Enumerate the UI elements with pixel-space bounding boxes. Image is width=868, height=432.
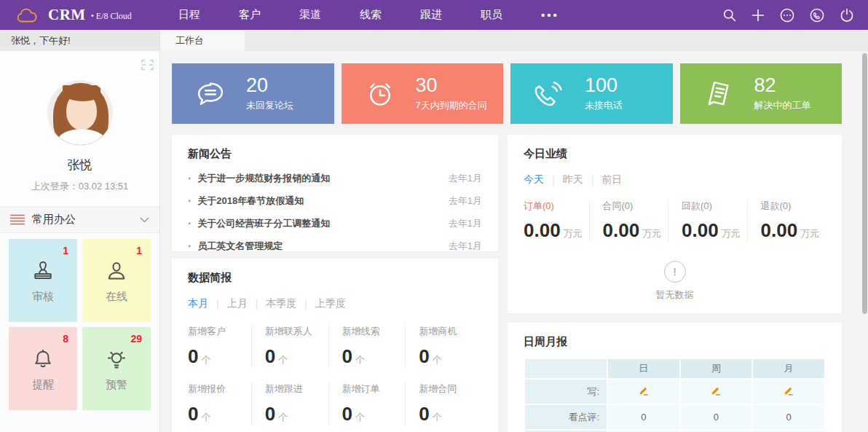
nav-item-schedule[interactable]: 日程 [169,8,210,22]
card-tickets-value: 82 [754,75,811,95]
nav-item-channels[interactable]: 渠道 [290,8,331,22]
view-day-count: 0 [608,405,679,429]
nav-item-staff[interactable]: 职员 [471,8,512,22]
view-month-count: 0 [753,405,824,429]
audit-count-badge: 1 [63,245,68,256]
card-calls-value: 100 [585,75,623,95]
col-week: 周 [681,359,752,378]
bulb-icon [103,346,130,372]
user-name: 张悦 [0,157,159,173]
tab-day-before[interactable]: 前日 [601,173,622,186]
scrollbar-thumb[interactable] [862,53,867,314]
col-month: 月 [753,359,824,378]
write-month-pencil-icon[interactable] [783,385,794,396]
card-contracts-value: 30 [416,75,487,95]
bullet: · [188,240,192,252]
today-stat-payments: 回款(0) 0.00万元 [668,200,747,242]
search-icon[interactable] [722,7,737,23]
news-item[interactable]: · 关于进一步规范财务报销的通知 去年1月 [188,167,482,189]
power-icon[interactable] [839,7,855,23]
tab-this-quarter[interactable]: 本季度 [266,297,296,310]
card-expiring-contracts[interactable]: 30 7天内到期的合同 [342,63,504,124]
today-title: 今日业绩 [524,147,826,161]
top-nav: 日程 客户 渠道 线索 跟进 职员 ••• [169,8,588,22]
write-row-label: 写: [525,380,607,404]
view-row-label: 看点评: [525,405,607,429]
greeting-text: 张悦，下午好! [0,30,159,51]
news-item[interactable]: · 员工英文名管理规定 去年1月 [188,235,482,251]
bullet: · [188,195,192,208]
tile-online[interactable]: 1 在线 [82,239,151,322]
card-calls-label: 未接电话 [585,99,623,112]
write-day-pencil-icon[interactable] [638,385,650,396]
data-brief-panel: 数据简报 本月 | 上月 | 本季度 | 上季度 新增客户 [172,259,498,432]
card-forum-value: 20 [246,75,293,95]
phone-icon [532,77,566,111]
brief-stat-new-contracts: 新增合同 0个 [405,382,482,425]
today-day-tabs: 今天 | 昨天 | 前日 [524,173,826,186]
view-week-count: 0 [681,405,752,429]
stat-cards: 20 未回复论坛 30 7天内到期的合同 [172,63,842,124]
quick-tiles: 1 审核 1 在线 8 [0,233,159,416]
sidebar: 张悦，下午好! 张悦 上次登录：03.02 13:51 常用办公 [0,30,160,432]
alarm-icon [363,77,397,111]
brand[interactable]: CRM • E/8 Cloud [0,6,169,24]
last-login: 上次登录：03.02 13:51 [0,180,159,206]
top-bar: CRM • E/8 Cloud 日程 客户 渠道 线索 跟进 职员 ••• [0,0,868,30]
reminder-count-badge: 8 [63,333,68,345]
nav-item-customers[interactable]: 客户 [229,8,270,22]
card-open-tickets[interactable]: 82 解决中的工单 [680,63,843,124]
brand-suffix: • E/8 Cloud [91,9,132,22]
tile-warning[interactable]: 29 预警 [82,327,151,410]
news-item[interactable]: · 关于公司经营班子分工调整通知 去年1月 [188,212,482,235]
phone-circle-icon[interactable] [809,7,825,23]
brief-stat-new-quotes: 新增报价 0个 [188,382,251,425]
stamp-icon [30,258,56,284]
avatar[interactable] [47,80,113,146]
brief-stat-new-followups: 新增跟进 0个 [251,382,328,425]
today-stat-contracts: 合同(0) 0.00万元 [589,200,668,242]
cloud-logo-icon [16,7,38,23]
layout-brackets-icon[interactable] [141,60,154,71]
brief-stat-new-opportunities: 新增商机 0个 [405,325,482,368]
tab-workbench[interactable]: 工作台 [160,30,245,51]
col-day: 日 [608,359,679,378]
card-tickets-label: 解决中的工单 [754,99,811,112]
bullet: · [188,217,192,230]
brief-period-tabs: 本月 | 上月 | 本季度 | 上季度 [188,297,482,310]
tab-this-month[interactable]: 本月 [188,297,208,310]
more-circle-icon[interactable] [779,7,795,23]
plus-icon[interactable] [751,8,765,23]
tile-reminder[interactable]: 8 提醒 [9,327,77,410]
worksheet-icon [702,77,735,111]
tile-warning-label: 预警 [82,378,151,392]
report-title: 日周月报 [524,335,826,349]
profile-panel: 张悦 上次登录：03.02 13:51 [0,51,159,206]
no-data-text: 暂无数据 [524,288,826,302]
today-stat-refunds: 退款(0) 0.00万元 [747,200,826,242]
brief-stat-new-orders: 新增订单 0个 [328,382,406,425]
person-icon [103,258,130,284]
nav-more-menu[interactable]: ••• [532,9,569,21]
tab-last-month[interactable]: 上月 [227,297,248,310]
brief-stat-new-contacts: 新增联系人 0个 [251,325,328,368]
tab-today[interactable]: 今天 [524,173,544,186]
brief-stat-new-leads: 新增线索 0个 [328,325,406,368]
tile-audit[interactable]: 1 审核 [9,239,77,322]
common-office-section-header[interactable]: 常用办公 [0,206,159,233]
brand-name: CRM [48,6,86,24]
tab-yesterday[interactable]: 昨天 [563,173,583,186]
tile-audit-label: 审核 [9,290,77,304]
tab-last-quarter[interactable]: 上季度 [315,297,346,310]
nav-item-leads[interactable]: 线索 [350,8,391,22]
scrollbar-track[interactable] [861,51,868,432]
card-missed-calls[interactable]: 100 未接电话 [510,63,673,124]
nav-item-followup[interactable]: 跟进 [411,8,451,22]
news-item[interactable]: · 关于2018年春节放假通知 去年1月 [188,189,482,212]
no-data-icon: ! [664,261,686,283]
write-week-pencil-icon[interactable] [710,385,722,396]
report-table: 日 周 月 写: [524,358,826,432]
bell-icon [30,346,56,372]
card-unreplied-forum[interactable]: 20 未回复论坛 [172,63,334,124]
hamburger-icon [10,214,25,225]
